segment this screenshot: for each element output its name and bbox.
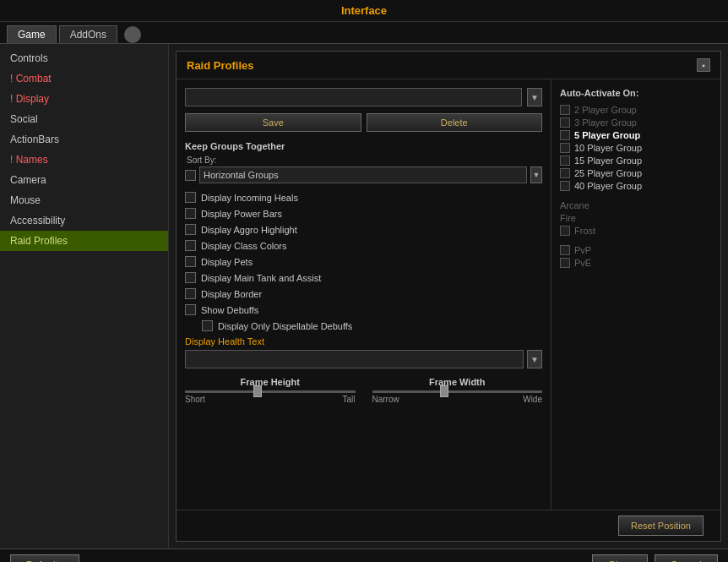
checkbox-10player[interactable]	[560, 143, 570, 153]
checkbox-pve[interactable]	[560, 258, 570, 268]
frame-height-handle[interactable]	[253, 385, 262, 397]
content-body: ▼ Save Delete Keep Groups Together Sort …	[177, 79, 720, 510]
sidebar: Controls Combat Display Social ActionBar…	[0, 44, 169, 548]
group-pve: PvE	[560, 258, 712, 268]
sidebar-item-accessibility[interactable]: Accessibility	[0, 210, 168, 231]
left-panel: ▼ Save Delete Keep Groups Together Sort …	[177, 79, 551, 510]
right-panel: Auto-Activate On: 2 Player Group 3 Playe…	[551, 79, 720, 510]
main-layout: Controls Combat Display Social ActionBar…	[0, 44, 728, 548]
profile-row: ▼	[185, 88, 542, 106]
option-main-tank: Display Main Tank and Assist	[185, 272, 542, 283]
label-5player: 5 Player Group	[574, 130, 640, 140]
label-25player: 25 Player Group	[574, 168, 642, 178]
health-dropdown-row: ▼	[185, 350, 542, 368]
label-dispellable: Display Only Dispellable Debuffs	[218, 321, 352, 331]
group-arcane: Arcane	[560, 200, 712, 210]
option-border: Display Border	[185, 288, 542, 299]
label-aggro-highlight: Display Aggro Highlight	[201, 225, 297, 235]
sort-checkbox[interactable]	[185, 170, 196, 181]
frame-height-min: Short	[185, 395, 205, 404]
profile-dropdown-arrow[interactable]: ▼	[527, 88, 542, 106]
sidebar-item-controls[interactable]: Controls	[0, 48, 168, 68]
label-fire: Fire	[560, 213, 576, 223]
sort-dropdown[interactable]: Horizontal Groups	[199, 166, 527, 183]
checkbox-show-debuffs[interactable]	[185, 304, 196, 315]
checkbox-main-tank[interactable]	[185, 272, 196, 283]
label-pets: Display Pets	[201, 257, 253, 267]
sidebar-item-display[interactable]: Display	[0, 89, 168, 109]
group-pvp: PvP	[560, 245, 712, 255]
group-25player: 25 Player Group	[560, 168, 712, 178]
sidebar-item-mouse[interactable]: Mouse	[0, 190, 168, 210]
group-15player: 15 Player Group	[560, 156, 712, 166]
sidebar-item-names[interactable]: Names	[0, 150, 168, 170]
health-dropdown-arrow[interactable]: ▼	[527, 350, 542, 368]
frame-width-labels: Narrow Wide	[372, 395, 543, 404]
label-main-tank: Display Main Tank and Assist	[201, 273, 321, 283]
sidebar-item-raid-profiles[interactable]: Raid Profiles	[0, 231, 168, 251]
label-pvp: PvP	[574, 245, 591, 255]
profile-buttons: Save Delete	[185, 113, 542, 132]
frame-height-title: Frame Height	[185, 377, 356, 387]
sort-dropdown-arrow[interactable]: ▼	[530, 166, 542, 183]
label-2player: 2 Player Group	[574, 105, 637, 115]
checkbox-dispellable[interactable]	[202, 320, 213, 331]
group-10player: 10 Player Group	[560, 143, 712, 153]
frame-width-handle[interactable]	[440, 385, 448, 397]
frame-height-track	[185, 390, 356, 393]
health-text-label: Display Health Text	[185, 336, 542, 346]
tab-addons[interactable]: AddOns	[59, 25, 117, 43]
sidebar-item-actionbars[interactable]: ActionBars	[0, 129, 168, 150]
frame-height-max: Tall	[342, 395, 355, 404]
sliders-row: Frame Height Short Tall Frame Width	[185, 377, 542, 404]
defaults-button[interactable]: Defaults	[10, 554, 79, 563]
checkbox-3player[interactable]	[560, 117, 570, 128]
label-power-bars: Display Power Bars	[201, 209, 282, 219]
checkbox-15player[interactable]	[560, 156, 570, 166]
label-incoming-heals: Display Incoming Heals	[201, 193, 298, 203]
reset-position-button[interactable]: Reset Position	[618, 516, 704, 536]
checkbox-power-bars[interactable]	[185, 208, 196, 219]
save-button[interactable]: Save	[185, 113, 361, 132]
close-button[interactable]: ▪	[697, 58, 710, 72]
checkbox-25player[interactable]	[560, 168, 570, 178]
checkbox-40player[interactable]	[560, 181, 570, 191]
checkbox-class-colors[interactable]	[185, 240, 196, 251]
health-text-dropdown[interactable]	[185, 350, 524, 368]
label-pve: PvE	[574, 258, 591, 268]
group-2player: 2 Player Group	[560, 105, 712, 115]
sidebar-item-camera[interactable]: Camera	[0, 170, 168, 190]
checkbox-2player[interactable]	[560, 105, 570, 115]
sort-by-label: Sort By:	[187, 156, 542, 165]
section-header: Raid Profiles ▪	[177, 52, 720, 79]
bottom-bar: Defaults Okay Cancel	[0, 548, 728, 562]
checkbox-border[interactable]	[185, 288, 196, 299]
sidebar-item-social[interactable]: Social	[0, 109, 168, 129]
checkbox-5player[interactable]	[560, 130, 570, 140]
sidebar-item-combat[interactable]: Combat	[0, 68, 168, 89]
okay-button[interactable]: Okay	[592, 554, 648, 563]
profile-dropdown[interactable]	[185, 88, 522, 106]
frame-width-track	[372, 390, 543, 393]
cancel-button[interactable]: Cancel	[655, 554, 718, 563]
option-power-bars: Display Power Bars	[185, 208, 542, 219]
checkbox-pets[interactable]	[185, 256, 196, 267]
content-inner: Raid Profiles ▪ ▼ Save Delete	[176, 51, 721, 542]
delete-button[interactable]: Delete	[367, 113, 543, 132]
option-dispellable: Display Only Dispellable Debuffs	[185, 320, 542, 331]
label-frost: Frost	[574, 226, 595, 236]
checkbox-frost[interactable]	[560, 226, 570, 236]
label-3player: 3 Player Group	[574, 117, 637, 128]
tab-icon	[124, 26, 141, 43]
label-class-colors: Display Class Colors	[201, 241, 286, 251]
checkbox-aggro-highlight[interactable]	[185, 224, 196, 235]
frame-height-group: Frame Height Short Tall	[185, 377, 356, 404]
option-show-debuffs: Show Debuffs	[185, 304, 542, 315]
option-pets: Display Pets	[185, 256, 542, 267]
checkbox-pvp[interactable]	[560, 245, 570, 255]
auto-activate-title: Auto-Activate On:	[560, 88, 712, 98]
tab-game[interactable]: Game	[7, 25, 57, 43]
checkbox-incoming-heals[interactable]	[185, 192, 196, 203]
label-arcane: Arcane	[560, 200, 589, 210]
group-40player: 40 Player Group	[560, 181, 712, 191]
